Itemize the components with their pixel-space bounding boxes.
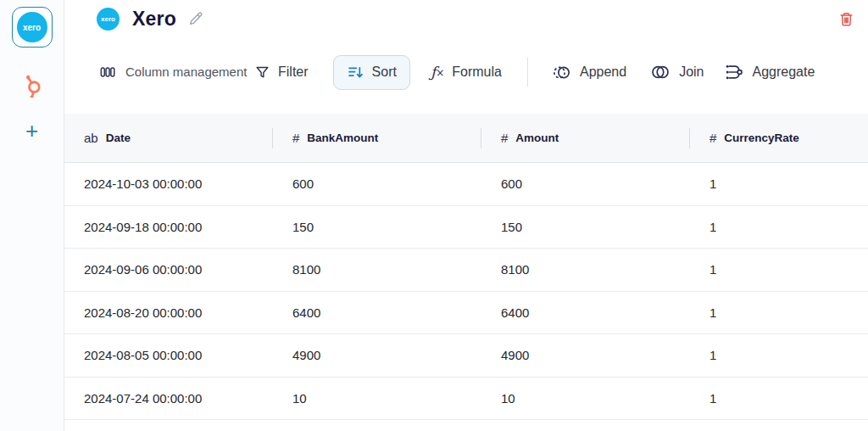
funnel-icon xyxy=(254,64,270,81)
aggregate-label: Aggregate xyxy=(752,64,815,80)
formula-fx-icon: ƒ× xyxy=(431,64,444,81)
table-cell: 10 xyxy=(481,391,690,406)
sources-sidebar: xero + xyxy=(0,0,64,431)
column-management-label: Column management xyxy=(125,63,207,81)
append-button[interactable]: Append xyxy=(551,62,626,83)
column-management-button[interactable]: Column management xyxy=(98,63,207,81)
transform-toolbar: Column management Filter Sort ƒ× Formula xyxy=(64,51,868,93)
formula-label: Formula xyxy=(452,64,502,80)
table-row: 2024-10-03 00:00:006006001 xyxy=(64,163,868,206)
table-cell: 2024-08-05 00:00:00 xyxy=(64,348,273,362)
table-cell: 1 xyxy=(690,220,868,234)
rename-button[interactable] xyxy=(187,10,204,27)
column-label: Amount xyxy=(515,132,559,144)
table-cell: 4900 xyxy=(273,348,481,362)
sidebar-source-xero[interactable]: xero xyxy=(12,7,53,48)
delete-source-button[interactable] xyxy=(838,11,854,27)
table-cell: 8100 xyxy=(273,262,481,277)
toolbar-divider xyxy=(527,58,528,87)
hubspot-icon xyxy=(19,72,45,98)
column-type-icon: ab xyxy=(84,131,98,145)
page-title: Xero xyxy=(132,8,176,31)
table-cell: 10 xyxy=(273,391,481,406)
overlapping-circles-dashed-icon xyxy=(551,62,572,83)
column-header[interactable]: # CurrencyRate xyxy=(690,114,868,162)
main-panel: xero Xero xyxy=(64,0,868,431)
table-header-row: ab Date # BankAmount # Amount # Currency… xyxy=(64,114,868,163)
table-cell: 4900 xyxy=(481,348,690,362)
document-header: xero Xero xyxy=(64,0,868,25)
table-cell: 1 xyxy=(690,305,868,320)
table-cell: 1 xyxy=(690,348,868,362)
table-cell: 2024-09-06 00:00:00 xyxy=(64,262,273,277)
append-label: Append xyxy=(580,64,626,80)
filter-button[interactable]: Filter xyxy=(254,64,309,81)
table-row: 2024-08-05 00:00:00490049001 xyxy=(64,334,868,378)
join-button[interactable]: Join xyxy=(649,61,704,83)
app-window: xero + xero Xero xyxy=(0,0,868,431)
table-cell: 150 xyxy=(481,220,690,234)
table-row: 2024-09-06 00:00:00810081001 xyxy=(64,249,868,292)
table-cell: 2024-08-20 00:00:00 xyxy=(64,305,273,320)
trash-icon xyxy=(838,11,854,27)
table-cell: 2024-07-24 00:00:00 xyxy=(64,391,273,406)
column-label: CurrencyRate xyxy=(724,132,799,144)
column-label: BankAmount xyxy=(307,132,378,144)
venn-circles-icon xyxy=(649,61,671,83)
formula-button[interactable]: ƒ× Formula xyxy=(431,64,502,81)
table-cell: 2024-10-03 00:00:00 xyxy=(64,176,273,191)
add-source-button[interactable]: + xyxy=(25,120,38,142)
table-body: 2024-10-03 00:00:006006001 2024-09-18 00… xyxy=(64,163,868,420)
column-header[interactable]: # Amount xyxy=(481,114,690,162)
table-cell: 6400 xyxy=(273,305,481,320)
sort-lines-arrow-icon xyxy=(347,64,364,81)
aggregate-button[interactable]: Aggregate xyxy=(724,62,815,82)
table-row: 2024-08-20 00:00:00640064001 xyxy=(64,292,868,335)
filter-label: Filter xyxy=(278,64,309,80)
column-type-icon: # xyxy=(292,131,299,145)
table-cell: 6400 xyxy=(481,305,690,320)
table-cell: 8100 xyxy=(481,262,690,277)
column-header[interactable]: ab Date xyxy=(64,114,273,162)
xero-logo-icon: xero xyxy=(97,8,120,31)
column-type-icon: # xyxy=(501,131,508,145)
table-row: 2024-07-24 00:00:0010101 xyxy=(64,378,868,421)
table-cell: 600 xyxy=(273,176,481,191)
column-header[interactable]: # BankAmount xyxy=(273,114,481,162)
merge-branches-icon xyxy=(724,62,744,82)
xero-logo-icon: xero xyxy=(17,12,47,42)
table-row: 2024-09-18 00:00:001501501 xyxy=(64,206,868,249)
pencil-icon xyxy=(187,10,204,27)
column-bars-icon xyxy=(98,63,117,81)
column-type-icon: # xyxy=(709,131,716,145)
column-label: Date xyxy=(106,132,131,144)
table-cell: 2024-09-18 00:00:00 xyxy=(64,220,273,234)
sidebar-source-hubspot[interactable] xyxy=(18,70,47,99)
join-label: Join xyxy=(679,64,704,80)
table-cell: 1 xyxy=(690,176,868,191)
table-cell: 1 xyxy=(690,262,868,277)
sort-button[interactable]: Sort xyxy=(333,55,410,90)
table-cell: 1 xyxy=(690,391,868,406)
data-table: ab Date # BankAmount # Amount # Currency… xyxy=(64,114,868,431)
sort-label: Sort xyxy=(372,64,397,80)
table-cell: 600 xyxy=(481,176,690,191)
table-cell: 150 xyxy=(273,220,481,234)
